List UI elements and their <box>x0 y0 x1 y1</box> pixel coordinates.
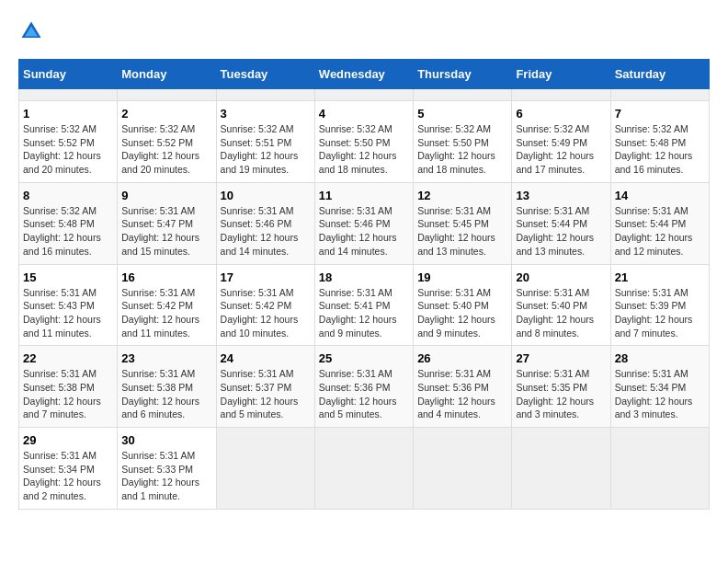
day-number: 15 <box>23 270 113 284</box>
day-number: 9 <box>121 189 211 202</box>
calendar-day-cell: 25 Sunrise: 5:31 AM Sunset: 5:36 PM Dayl… <box>314 346 413 428</box>
calendar-table: SundayMondayTuesdayWednesdayThursdayFrid… <box>18 59 710 510</box>
day-info: Sunrise: 5:31 AM Sunset: 5:38 PM Dayligh… <box>121 367 211 421</box>
day-number: 30 <box>121 433 211 447</box>
calendar-day-cell: 18 Sunrise: 5:31 AM Sunset: 5:41 PM Dayl… <box>314 264 413 346</box>
day-number: 16 <box>121 270 211 284</box>
calendar-day-cell <box>216 89 314 101</box>
page-header <box>18 18 710 44</box>
day-number: 10 <box>221 189 311 202</box>
day-info: Sunrise: 5:32 AM Sunset: 5:52 PM Dayligh… <box>121 122 211 177</box>
day-info: Sunrise: 5:32 AM Sunset: 5:51 PM Dayligh… <box>221 122 311 177</box>
day-number: 24 <box>221 351 311 365</box>
day-number: 17 <box>221 270 311 284</box>
calendar-day-cell: 2 Sunrise: 5:32 AM Sunset: 5:52 PM Dayli… <box>118 101 216 183</box>
calendar-day-cell: 8 Sunrise: 5:32 AM Sunset: 5:48 PM Dayli… <box>19 182 118 264</box>
day-of-week-header: Sunday <box>19 60 118 89</box>
calendar-day-cell <box>314 89 413 101</box>
calendar-day-cell: 29 Sunrise: 5:31 AM Sunset: 5:34 PM Dayl… <box>19 428 118 510</box>
calendar-week-row: 15 Sunrise: 5:31 AM Sunset: 5:43 PM Dayl… <box>19 264 710 346</box>
calendar-day-cell: 13 Sunrise: 5:31 AM Sunset: 5:44 PM Dayl… <box>512 182 610 264</box>
day-info: Sunrise: 5:31 AM Sunset: 5:35 PM Dayligh… <box>516 367 606 421</box>
calendar-header-row: SundayMondayTuesdayWednesdayThursdayFrid… <box>19 60 710 89</box>
calendar-day-cell <box>512 89 610 101</box>
day-info: Sunrise: 5:31 AM Sunset: 5:34 PM Dayligh… <box>23 449 113 503</box>
calendar-day-cell <box>314 428 413 510</box>
calendar-week-row: 29 Sunrise: 5:31 AM Sunset: 5:34 PM Dayl… <box>19 428 710 510</box>
day-info: Sunrise: 5:32 AM Sunset: 5:48 PM Dayligh… <box>23 204 113 259</box>
day-info: Sunrise: 5:31 AM Sunset: 5:40 PM Dayligh… <box>417 286 507 340</box>
calendar-day-cell <box>414 428 512 510</box>
day-info: Sunrise: 5:31 AM Sunset: 5:34 PM Dayligh… <box>615 367 705 421</box>
calendar-day-cell: 5 Sunrise: 5:32 AM Sunset: 5:50 PM Dayli… <box>414 101 512 183</box>
day-number: 12 <box>417 189 507 202</box>
day-number: 19 <box>417 270 507 284</box>
calendar-day-cell: 30 Sunrise: 5:31 AM Sunset: 5:33 PM Dayl… <box>118 428 216 510</box>
calendar-day-cell <box>216 428 314 510</box>
day-info: Sunrise: 5:31 AM Sunset: 5:46 PM Dayligh… <box>221 204 311 259</box>
calendar-day-cell: 22 Sunrise: 5:31 AM Sunset: 5:38 PM Dayl… <box>19 346 118 428</box>
day-of-week-header: Monday <box>118 60 216 89</box>
calendar-day-cell: 7 Sunrise: 5:32 AM Sunset: 5:48 PM Dayli… <box>610 101 709 183</box>
calendar-day-cell: 9 Sunrise: 5:31 AM Sunset: 5:47 PM Dayli… <box>118 182 216 264</box>
day-info: Sunrise: 5:31 AM Sunset: 5:36 PM Dayligh… <box>417 367 507 421</box>
day-number: 27 <box>516 351 606 365</box>
day-number: 28 <box>615 351 705 365</box>
day-number: 4 <box>319 107 409 121</box>
day-of-week-header: Friday <box>512 60 610 89</box>
day-number: 22 <box>23 351 113 365</box>
day-info: Sunrise: 5:31 AM Sunset: 5:45 PM Dayligh… <box>417 204 507 259</box>
day-info: Sunrise: 5:31 AM Sunset: 5:40 PM Dayligh… <box>516 286 606 340</box>
day-info: Sunrise: 5:32 AM Sunset: 5:50 PM Dayligh… <box>417 122 507 177</box>
calendar-day-cell: 12 Sunrise: 5:31 AM Sunset: 5:45 PM Dayl… <box>414 182 512 264</box>
calendar-day-cell: 15 Sunrise: 5:31 AM Sunset: 5:43 PM Dayl… <box>19 264 118 346</box>
calendar-day-cell <box>512 428 610 510</box>
day-number: 20 <box>516 270 606 284</box>
day-number: 11 <box>319 189 409 202</box>
day-info: Sunrise: 5:31 AM Sunset: 5:33 PM Dayligh… <box>121 449 211 503</box>
day-info: Sunrise: 5:31 AM Sunset: 5:36 PM Dayligh… <box>319 367 409 421</box>
calendar-day-cell <box>414 89 512 101</box>
day-info: Sunrise: 5:32 AM Sunset: 5:52 PM Dayligh… <box>23 122 113 177</box>
day-info: Sunrise: 5:32 AM Sunset: 5:48 PM Dayligh… <box>615 122 705 177</box>
day-info: Sunrise: 5:31 AM Sunset: 5:46 PM Dayligh… <box>319 204 409 259</box>
calendar-week-row: 1 Sunrise: 5:32 AM Sunset: 5:52 PM Dayli… <box>19 101 710 183</box>
calendar-day-cell: 3 Sunrise: 5:32 AM Sunset: 5:51 PM Dayli… <box>216 101 314 183</box>
calendar-day-cell: 4 Sunrise: 5:32 AM Sunset: 5:50 PM Dayli… <box>314 101 413 183</box>
day-info: Sunrise: 5:31 AM Sunset: 5:39 PM Dayligh… <box>615 286 705 340</box>
day-number: 18 <box>319 270 409 284</box>
calendar-day-cell: 16 Sunrise: 5:31 AM Sunset: 5:42 PM Dayl… <box>118 264 216 346</box>
logo-icon <box>18 18 44 44</box>
day-number: 29 <box>23 433 113 447</box>
calendar-day-cell: 24 Sunrise: 5:31 AM Sunset: 5:37 PM Dayl… <box>216 346 314 428</box>
day-info: Sunrise: 5:31 AM Sunset: 5:44 PM Dayligh… <box>516 204 606 259</box>
calendar-day-cell: 11 Sunrise: 5:31 AM Sunset: 5:46 PM Dayl… <box>314 182 413 264</box>
calendar-day-cell: 21 Sunrise: 5:31 AM Sunset: 5:39 PM Dayl… <box>610 264 709 346</box>
day-number: 14 <box>615 189 705 202</box>
calendar-day-cell <box>610 428 709 510</box>
calendar-day-cell: 26 Sunrise: 5:31 AM Sunset: 5:36 PM Dayl… <box>414 346 512 428</box>
day-number: 13 <box>516 189 606 202</box>
day-number: 25 <box>319 351 409 365</box>
logo <box>18 18 48 44</box>
calendar-week-row: 22 Sunrise: 5:31 AM Sunset: 5:38 PM Dayl… <box>19 346 710 428</box>
calendar-day-cell: 28 Sunrise: 5:31 AM Sunset: 5:34 PM Dayl… <box>610 346 709 428</box>
calendar-day-cell: 6 Sunrise: 5:32 AM Sunset: 5:49 PM Dayli… <box>512 101 610 183</box>
calendar-day-cell <box>610 89 709 101</box>
day-number: 26 <box>417 351 507 365</box>
day-of-week-header: Wednesday <box>314 60 413 89</box>
day-of-week-header: Saturday <box>610 60 709 89</box>
calendar-week-row: 8 Sunrise: 5:32 AM Sunset: 5:48 PM Dayli… <box>19 182 710 264</box>
calendar-day-cell: 10 Sunrise: 5:31 AM Sunset: 5:46 PM Dayl… <box>216 182 314 264</box>
day-number: 8 <box>23 189 113 202</box>
calendar-week-row <box>19 89 710 101</box>
day-info: Sunrise: 5:31 AM Sunset: 5:38 PM Dayligh… <box>23 367 113 421</box>
calendar-day-cell: 17 Sunrise: 5:31 AM Sunset: 5:42 PM Dayl… <box>216 264 314 346</box>
day-number: 1 <box>23 107 113 121</box>
day-info: Sunrise: 5:31 AM Sunset: 5:41 PM Dayligh… <box>319 286 409 340</box>
day-number: 21 <box>615 270 705 284</box>
day-number: 6 <box>516 107 606 121</box>
day-number: 7 <box>615 107 705 121</box>
day-info: Sunrise: 5:32 AM Sunset: 5:49 PM Dayligh… <box>516 122 606 177</box>
day-number: 2 <box>121 107 211 121</box>
